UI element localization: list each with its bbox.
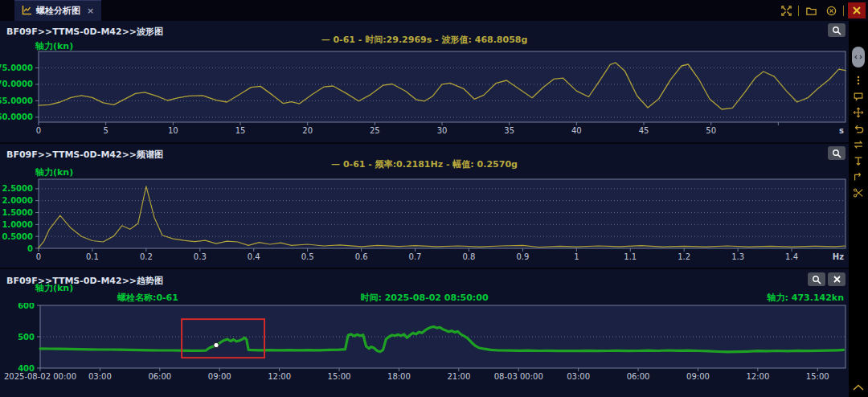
trend-close-button[interactable] [828, 272, 845, 286]
trend-y-axis-label: 轴力(kn) [35, 282, 73, 294]
tab-label: 螺栓分析图 [36, 5, 80, 17]
svg-text:15:00: 15:00 [806, 372, 829, 381]
svg-text:0.8: 0.8 [463, 252, 476, 261]
svg-text:15:00: 15:00 [328, 372, 351, 381]
comment-icon [853, 91, 864, 102]
svg-text:0.2: 0.2 [140, 252, 153, 261]
side-toolbar [849, 21, 868, 397]
svg-text:2.0000: 2.0000 [2, 196, 33, 205]
svg-text:s: s [839, 126, 844, 135]
svg-text:0.5000: 0.5000 [2, 232, 33, 241]
undo-button[interactable] [852, 122, 865, 135]
svg-text:50: 50 [706, 126, 716, 135]
svg-text:2025-08-02 00:00: 2025-08-02 00:00 [4, 372, 76, 381]
waveform-panel: BF09F>>TTMS-0D-M42>>波形图 — 0-61 - 时间:29.2… [0, 21, 849, 144]
trend-panel-title: BF09F>>TTMS-0D-M42>>趋势图 [6, 275, 163, 287]
power-button[interactable] [823, 2, 839, 18]
svg-text:0.3: 0.3 [194, 252, 207, 261]
waveform-legend: — 0-61 - 时间:29.2969s - 波形值: 468.8058g [0, 34, 849, 46]
chart-logo-icon [22, 5, 32, 18]
svg-text:0: 0 [27, 244, 33, 253]
svg-text:40: 40 [571, 126, 582, 135]
svg-text:470.0000: 470.0000 [0, 80, 33, 88]
svg-text:Hz: Hz [833, 252, 844, 261]
spectrum-legend: — 0-61 - 频率:0.2181Hz - 幅值: 0.2570g [0, 158, 849, 170]
undo-icon [853, 123, 864, 134]
pin-down-icon [853, 155, 864, 166]
maximize-button[interactable] [778, 2, 794, 18]
svg-text:0.6: 0.6 [355, 252, 368, 261]
svg-text:25: 25 [370, 126, 380, 135]
power-icon [825, 5, 837, 17]
collapse-chevron-icon[interactable] [853, 379, 864, 394]
svg-text:30: 30 [437, 126, 448, 135]
kebab-menu-icon [853, 75, 864, 86]
drag-handle-icon [854, 55, 862, 59]
svg-text:09:00: 09:00 [208, 372, 231, 381]
annotation-button[interactable] [852, 90, 865, 103]
svg-text:0.5: 0.5 [301, 252, 314, 261]
more-options-button[interactable] [852, 74, 865, 87]
step-into-button[interactable] [852, 170, 865, 183]
charts-area: BF09F>>TTMS-0D-M42>>波形图 — 0-61 - 时间:29.2… [0, 21, 849, 397]
close-icon [852, 6, 862, 15]
scrollbar-thumb[interactable] [852, 47, 865, 68]
titlebar-actions [778, 0, 844, 21]
swap-button[interactable] [852, 138, 865, 151]
force-readout: 轴力: 473.142kn [768, 292, 844, 304]
separator [843, 6, 844, 16]
svg-text:1.2: 1.2 [678, 252, 690, 261]
separator [798, 6, 799, 16]
svg-text:0: 0 [36, 252, 41, 261]
svg-text:500: 500 [18, 333, 35, 342]
tab-bolt-analysis[interactable]: 螺栓分析图 × [14, 0, 101, 21]
svg-text:15: 15 [235, 126, 246, 135]
corner-arrow-icon [853, 171, 864, 182]
svg-text:09:00: 09:00 [686, 372, 710, 381]
magnifier-icon [812, 275, 821, 284]
svg-text:35: 35 [504, 126, 514, 135]
svg-text:1.4: 1.4 [785, 252, 798, 261]
svg-text:1.3: 1.3 [731, 252, 744, 261]
trend-chart[interactable]: 6005004002025-08-02 00:0003:0006:0009:00… [0, 303, 849, 388]
app-titlebar: 螺栓分析图 × [0, 0, 868, 21]
svg-text:06:00: 06:00 [148, 372, 171, 381]
svg-text:1.1: 1.1 [624, 252, 637, 261]
close-icon [833, 275, 841, 284]
pan-button[interactable] [852, 106, 865, 119]
pin-button[interactable] [852, 154, 865, 167]
waveform-chart[interactable]: 475.0000470.0000465.0000460.000005101520… [0, 47, 849, 141]
svg-text:1.0000: 1.0000 [2, 220, 33, 229]
scissors-icon [853, 187, 864, 198]
cut-button[interactable] [852, 186, 865, 199]
svg-text:465.0000: 465.0000 [0, 96, 33, 105]
svg-text:460.0000: 460.0000 [0, 113, 33, 121]
folder-icon [805, 5, 817, 17]
svg-text:21:00: 21:00 [447, 372, 470, 381]
svg-text:600: 600 [18, 303, 35, 310]
maximize-icon [780, 5, 792, 17]
svg-text:475.0000: 475.0000 [0, 63, 33, 72]
svg-text:03:00: 03:00 [567, 372, 590, 381]
svg-text:5: 5 [103, 126, 108, 135]
magnifier-icon [832, 149, 841, 158]
svg-text:12:00: 12:00 [268, 372, 291, 381]
svg-text:0: 0 [36, 126, 41, 135]
spectrum-panel: BF09F>>TTMS-0D-M42>>频谱图 — 0-61 - 频率:0.21… [0, 144, 849, 269]
open-folder-button[interactable] [803, 2, 819, 18]
svg-text:0.1: 0.1 [86, 252, 99, 261]
bolt-analysis-window: 螺栓分析图 × BF09F>>TTMS-0D-M42>>波形图 [0, 0, 868, 397]
window-close-button[interactable] [848, 2, 866, 18]
svg-text:0.4: 0.4 [248, 252, 260, 261]
svg-text:10: 10 [168, 126, 178, 135]
svg-text:12:00: 12:00 [746, 372, 769, 381]
tab-close-icon[interactable]: × [87, 6, 94, 16]
svg-text:1: 1 [574, 252, 579, 261]
svg-text:45: 45 [639, 126, 649, 135]
spectrum-chart[interactable]: 2.50002.00001.50001.00000.5000000.10.20.… [0, 176, 849, 266]
svg-text:08-03 00:00: 08-03 00:00 [494, 372, 543, 381]
swap-arrows-icon [853, 139, 864, 150]
svg-text:400: 400 [18, 364, 35, 373]
svg-text:06:00: 06:00 [627, 372, 650, 381]
trend-zoom-button[interactable] [808, 272, 825, 286]
